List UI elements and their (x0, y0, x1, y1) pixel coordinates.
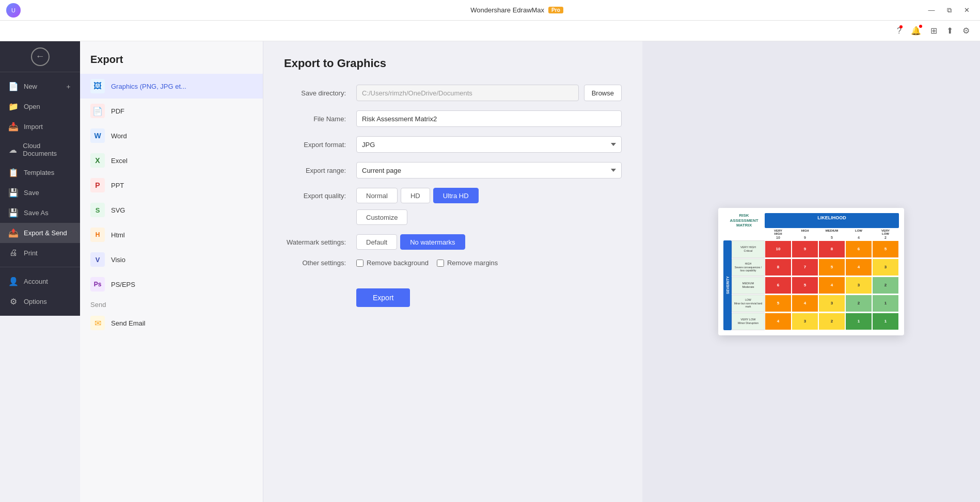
save-directory-input[interactable] (356, 85, 579, 101)
export-format-excel[interactable]: X Excel (80, 148, 263, 173)
settings-icon[interactable]: ⚙ (960, 24, 972, 38)
sidebar-bottom: 👤 Account ⚙ Options (0, 267, 80, 316)
user-avatar[interactable]: U (6, 3, 21, 18)
export-format-ppt[interactable]: P PPT (80, 173, 263, 198)
sidebar-item-open[interactable]: 📁 Open (0, 96, 80, 117)
export-range-row: Export range: Current page All pages Sel… (284, 162, 622, 179)
quality-hd-button[interactable]: HD (401, 188, 430, 203)
export-format-graphics[interactable]: 🖼 Graphics (PNG, JPG et... (80, 74, 263, 99)
export-format-svg[interactable]: S SVG (80, 198, 263, 222)
preview-card: RISKASSESSMENTMATRIX LIKELIHOOD VERYHIGH… (718, 208, 904, 335)
export-format-visio[interactable]: V Visio (80, 247, 263, 272)
graphics-label: Graphics (PNG, JPG et... (111, 83, 186, 90)
export-format-pdf[interactable]: 📄 PDF (80, 99, 263, 123)
sidebar-item-new[interactable]: 📄 New ＋ (0, 76, 80, 96)
col-header-5: VERYLOW (872, 229, 899, 235)
notification-icon[interactable]: 🔔 (909, 24, 923, 38)
html-label: Html (111, 231, 125, 239)
watermark-none-button[interactable]: No watermarks (400, 234, 465, 250)
matrix-cell: 4 (792, 295, 818, 312)
help-icon[interactable]: ? (895, 24, 904, 38)
back-button[interactable]: ← (0, 41, 80, 72)
col-header-1: VERYHIGH (765, 229, 792, 235)
email-label: Send Email (111, 319, 145, 327)
share-icon[interactable]: ⬆ (944, 24, 955, 38)
export-icon: 📤 (8, 228, 19, 238)
restore-button[interactable]: ⧉ (942, 3, 956, 18)
sidebar-item-account[interactable]: 👤 Account (0, 271, 80, 292)
export-panel: Export 🖼 Graphics (PNG, JPG et... 📄 PDF … (80, 41, 263, 502)
export-form-title: Export to Graphics (284, 57, 622, 70)
row-label-3: MEDIUMModerate (732, 277, 765, 294)
save-directory-row: Save directory: Browse (284, 85, 622, 101)
preview-area: RISKASSESSMENTMATRIX LIKELIHOOD VERYHIGH… (642, 41, 980, 502)
matrix-cell: 3 (845, 277, 872, 294)
export-format-html[interactable]: H Html (80, 222, 263, 247)
sidebar-item-saveas[interactable]: 💾 Save As (0, 203, 80, 223)
sidebar-item-export[interactable]: 📤 Export & Send (0, 223, 80, 243)
file-name-input[interactable] (356, 110, 622, 127)
excel-label: Excel (111, 157, 128, 165)
matrix-cell: 1 (872, 313, 899, 330)
matrix-cell: 5 (765, 295, 792, 312)
export-panel-title: Export (80, 41, 263, 74)
grid-icon[interactable]: ⊞ (928, 24, 939, 38)
browse-button[interactable]: Browse (584, 85, 622, 101)
close-button[interactable]: ✕ (959, 3, 974, 18)
print-icon: 🖨 (8, 248, 19, 257)
save-directory-label: Save directory: (284, 89, 351, 97)
sidebar-item-templates[interactable]: 📋 Templates (0, 163, 80, 183)
remove-background-checkbox[interactable] (356, 260, 363, 267)
send-section-title: Send (80, 297, 263, 311)
sidebar-item-cloud[interactable]: ☁ Cloud Documents (0, 137, 80, 163)
matrix-cell: 6 (765, 277, 792, 294)
email-icon: ✉ (90, 316, 105, 330)
other-settings-label: Other settings: (284, 259, 351, 267)
remove-background-text: Remove background (367, 259, 429, 267)
remove-margins-checkbox[interactable] (437, 260, 444, 267)
send-email-item[interactable]: ✉ Send Email (80, 311, 263, 335)
pdf-icon: 📄 (90, 104, 105, 118)
export-format-select[interactable]: JPG PNG BMP GIF TIFF SVG (356, 136, 622, 153)
row-label-4: LOWMinor but non-trivial land mark (732, 295, 765, 312)
app-title: Wondershare EdrawMax (470, 6, 544, 14)
sidebar-item-import[interactable]: 📥 Import (0, 117, 80, 137)
matrix-cell: 1 (872, 295, 899, 312)
export-form-area: Export to Graphics Save directory: Brows… (263, 41, 642, 502)
save-label: Save (24, 189, 39, 197)
save-icon: 💾 (8, 188, 19, 198)
minimize-button[interactable]: — (924, 3, 939, 18)
matrix-cell: 6 (845, 240, 872, 258)
options-label: Options (24, 298, 47, 305)
watermark-group: Default No watermarks (356, 234, 465, 250)
pseps-icon: Ps (90, 277, 105, 292)
sidebar-top: 📄 New ＋ 📁 Open 📥 Import ☁ Cloud Document… (0, 72, 80, 267)
app-title-group: Wondershare EdrawMax Pro (470, 6, 563, 14)
customize-button[interactable]: Customize (356, 209, 407, 225)
remove-background-label[interactable]: Remove background (356, 259, 429, 267)
export-format-word[interactable]: W Word (80, 123, 263, 148)
saveas-icon: 💾 (8, 208, 19, 218)
export-button[interactable]: Export (356, 288, 410, 307)
options-icon: ⚙ (8, 297, 19, 306)
matrix-body: SEVERITY VERY HIGHCritical 10 9 8 6 5 (723, 240, 899, 330)
account-label: Account (24, 278, 48, 285)
sidebar-item-save[interactable]: 💾 Save (0, 183, 80, 203)
quality-normal-button[interactable]: Normal (356, 188, 398, 203)
remove-margins-label[interactable]: Remove margins (437, 259, 498, 267)
ppt-icon: P (90, 178, 105, 192)
cloud-label: Cloud Documents (23, 142, 72, 157)
export-range-select[interactable]: Current page All pages Selected pages (356, 162, 622, 179)
watermark-row: Watermark settings: Default No watermark… (284, 234, 622, 250)
watermark-label: Watermark settings: (284, 238, 351, 246)
sidebar-item-print[interactable]: 🖨 Print (0, 243, 80, 263)
watermark-default-button[interactable]: Default (356, 234, 397, 250)
quality-ultrahd-button[interactable]: Ultra HD (433, 188, 479, 203)
templates-icon: 📋 (8, 168, 19, 177)
table-row: VERY HIGHCritical 10 9 8 6 5 (732, 240, 899, 258)
matrix-cell: 3 (818, 295, 845, 312)
sidebar-item-options[interactable]: ⚙ Options (0, 292, 80, 312)
sidebar: 📄 New ＋ 📁 Open 📥 Import ☁ Cloud Document… (0, 72, 80, 316)
export-format-pseps[interactable]: Ps PS/EPS (80, 272, 263, 297)
excel-icon: X (90, 153, 105, 168)
